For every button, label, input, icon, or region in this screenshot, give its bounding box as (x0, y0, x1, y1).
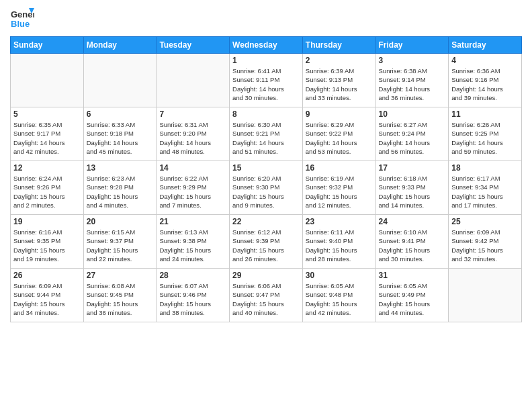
day-number: 21 (159, 217, 226, 226)
calendar-day-header: Thursday (302, 37, 375, 54)
calendar-header-row: SundayMondayTuesdayWednesdayThursdayFrid… (11, 37, 522, 54)
day-info: Sunrise: 6:33 AM Sunset: 9:18 PM Dayligh… (87, 120, 154, 156)
day-number: 10 (379, 109, 446, 119)
day-number: 5 (13, 109, 81, 119)
calendar-day-header: Saturday (449, 37, 522, 54)
calendar-cell: 18Sunrise: 6:17 AM Sunset: 9:34 PM Dayli… (449, 161, 522, 215)
calendar-cell: 26Sunrise: 6:09 AM Sunset: 9:44 PM Dayli… (11, 269, 84, 322)
day-info: Sunrise: 6:11 AM Sunset: 9:40 PM Dayligh… (306, 228, 373, 263)
calendar-cell: 20Sunrise: 6:15 AM Sunset: 9:37 PM Dayli… (83, 215, 157, 269)
calendar-cell: 7Sunrise: 6:31 AM Sunset: 9:20 PM Daylig… (157, 107, 230, 161)
day-number: 4 (451, 56, 519, 65)
day-number: 24 (379, 217, 446, 226)
calendar: SundayMondayTuesdayWednesdayThursdayFrid… (10, 36, 522, 322)
day-info: Sunrise: 6:36 AM Sunset: 9:16 PM Dayligh… (451, 66, 519, 102)
day-number: 11 (451, 109, 519, 119)
calendar-day-header: Friday (375, 37, 449, 54)
calendar-cell: 19Sunrise: 6:16 AM Sunset: 9:35 PM Dayli… (11, 215, 84, 269)
calendar-cell: 4Sunrise: 6:36 AM Sunset: 9:16 PM Daylig… (449, 54, 522, 107)
day-info: Sunrise: 6:05 AM Sunset: 9:48 PM Dayligh… (306, 281, 373, 317)
calendar-cell: 30Sunrise: 6:05 AM Sunset: 9:48 PM Dayli… (302, 269, 375, 322)
day-info: Sunrise: 6:05 AM Sunset: 9:49 PM Dayligh… (379, 281, 446, 317)
calendar-cell (157, 54, 230, 107)
calendar-day-header: Sunday (11, 37, 84, 54)
day-info: Sunrise: 6:22 AM Sunset: 9:29 PM Dayligh… (159, 174, 226, 210)
calendar-day-header: Monday (83, 37, 157, 54)
page: General Blue SundayMondayTuesdayWednesda… (0, 0, 532, 411)
calendar-cell: 8Sunrise: 6:30 AM Sunset: 9:21 PM Daylig… (230, 107, 303, 161)
calendar-cell: 21Sunrise: 6:13 AM Sunset: 9:38 PM Dayli… (157, 215, 230, 269)
day-number: 19 (13, 217, 81, 226)
calendar-cell: 25Sunrise: 6:09 AM Sunset: 9:42 PM Dayli… (449, 215, 522, 269)
calendar-day-header: Tuesday (157, 37, 230, 54)
day-info: Sunrise: 6:13 AM Sunset: 9:38 PM Dayligh… (159, 228, 226, 263)
calendar-cell: 23Sunrise: 6:11 AM Sunset: 9:40 PM Dayli… (302, 215, 375, 269)
day-info: Sunrise: 6:19 AM Sunset: 9:32 PM Dayligh… (306, 174, 373, 210)
calendar-cell: 11Sunrise: 6:26 AM Sunset: 9:25 PM Dayli… (449, 107, 522, 161)
day-info: Sunrise: 6:30 AM Sunset: 9:21 PM Dayligh… (232, 120, 300, 156)
day-number: 28 (159, 271, 226, 280)
calendar-cell: 6Sunrise: 6:33 AM Sunset: 9:18 PM Daylig… (83, 107, 157, 161)
calendar-week-row: 12Sunrise: 6:24 AM Sunset: 9:26 PM Dayli… (11, 161, 522, 215)
day-number: 2 (306, 56, 373, 65)
calendar-cell: 13Sunrise: 6:23 AM Sunset: 9:28 PM Dayli… (83, 161, 157, 215)
day-number: 31 (379, 271, 446, 280)
calendar-cell (449, 269, 522, 322)
day-number: 15 (232, 163, 300, 173)
calendar-cell: 31Sunrise: 6:05 AM Sunset: 9:49 PM Dayli… (375, 269, 449, 322)
logo: General Blue (10, 7, 34, 31)
calendar-cell: 5Sunrise: 6:35 AM Sunset: 9:17 PM Daylig… (11, 107, 84, 161)
calendar-cell: 1Sunrise: 6:41 AM Sunset: 9:11 PM Daylig… (230, 54, 303, 107)
day-number: 26 (13, 271, 81, 280)
calendar-cell: 15Sunrise: 6:20 AM Sunset: 9:30 PM Dayli… (230, 161, 303, 215)
day-info: Sunrise: 6:35 AM Sunset: 9:17 PM Dayligh… (13, 120, 81, 156)
calendar-cell: 10Sunrise: 6:27 AM Sunset: 9:24 PM Dayli… (375, 107, 449, 161)
day-number: 29 (232, 271, 300, 280)
day-info: Sunrise: 6:41 AM Sunset: 9:11 PM Dayligh… (232, 66, 300, 102)
day-number: 9 (306, 109, 373, 119)
day-info: Sunrise: 6:18 AM Sunset: 9:33 PM Dayligh… (379, 174, 446, 210)
day-number: 7 (159, 109, 226, 119)
day-info: Sunrise: 6:09 AM Sunset: 9:44 PM Dayligh… (13, 281, 81, 317)
calendar-cell: 29Sunrise: 6:06 AM Sunset: 9:47 PM Dayli… (230, 269, 303, 322)
calendar-cell (11, 54, 84, 107)
calendar-week-row: 26Sunrise: 6:09 AM Sunset: 9:44 PM Dayli… (11, 269, 522, 322)
day-number: 30 (306, 271, 373, 280)
calendar-cell: 16Sunrise: 6:19 AM Sunset: 9:32 PM Dayli… (302, 161, 375, 215)
day-number: 22 (232, 217, 300, 226)
logo-icon: General Blue (10, 7, 34, 31)
day-info: Sunrise: 6:31 AM Sunset: 9:20 PM Dayligh… (159, 120, 226, 156)
day-number: 27 (87, 271, 154, 280)
calendar-cell: 2Sunrise: 6:39 AM Sunset: 9:13 PM Daylig… (302, 54, 375, 107)
calendar-cell: 17Sunrise: 6:18 AM Sunset: 9:33 PM Dayli… (375, 161, 449, 215)
calendar-cell: 3Sunrise: 6:38 AM Sunset: 9:14 PM Daylig… (375, 54, 449, 107)
calendar-cell (83, 54, 157, 107)
day-info: Sunrise: 6:23 AM Sunset: 9:28 PM Dayligh… (87, 174, 154, 210)
header: General Blue (10, 7, 522, 31)
calendar-cell: 12Sunrise: 6:24 AM Sunset: 9:26 PM Dayli… (11, 161, 84, 215)
calendar-week-row: 19Sunrise: 6:16 AM Sunset: 9:35 PM Dayli… (11, 215, 522, 269)
calendar-day-header: Wednesday (230, 37, 303, 54)
svg-text:Blue: Blue (11, 19, 30, 29)
day-number: 6 (87, 109, 154, 119)
day-info: Sunrise: 6:06 AM Sunset: 9:47 PM Dayligh… (232, 281, 300, 317)
day-number: 23 (306, 217, 373, 226)
calendar-cell: 24Sunrise: 6:10 AM Sunset: 9:41 PM Dayli… (375, 215, 449, 269)
calendar-cell: 9Sunrise: 6:29 AM Sunset: 9:22 PM Daylig… (302, 107, 375, 161)
day-info: Sunrise: 6:17 AM Sunset: 9:34 PM Dayligh… (451, 174, 519, 210)
day-info: Sunrise: 6:08 AM Sunset: 9:45 PM Dayligh… (87, 281, 154, 317)
day-info: Sunrise: 6:24 AM Sunset: 9:26 PM Dayligh… (13, 174, 81, 210)
day-info: Sunrise: 6:15 AM Sunset: 9:37 PM Dayligh… (87, 228, 154, 263)
day-number: 14 (159, 163, 226, 173)
day-number: 12 (13, 163, 81, 173)
day-number: 25 (451, 217, 519, 226)
calendar-cell: 14Sunrise: 6:22 AM Sunset: 9:29 PM Dayli… (157, 161, 230, 215)
day-number: 3 (379, 56, 446, 65)
day-number: 17 (379, 163, 446, 173)
day-number: 13 (87, 163, 154, 173)
calendar-cell: 27Sunrise: 6:08 AM Sunset: 9:45 PM Dayli… (83, 269, 157, 322)
day-info: Sunrise: 6:12 AM Sunset: 9:39 PM Dayligh… (232, 228, 300, 263)
day-info: Sunrise: 6:27 AM Sunset: 9:24 PM Dayligh… (379, 120, 446, 156)
calendar-cell: 28Sunrise: 6:07 AM Sunset: 9:46 PM Dayli… (157, 269, 230, 322)
day-info: Sunrise: 6:16 AM Sunset: 9:35 PM Dayligh… (13, 228, 81, 263)
